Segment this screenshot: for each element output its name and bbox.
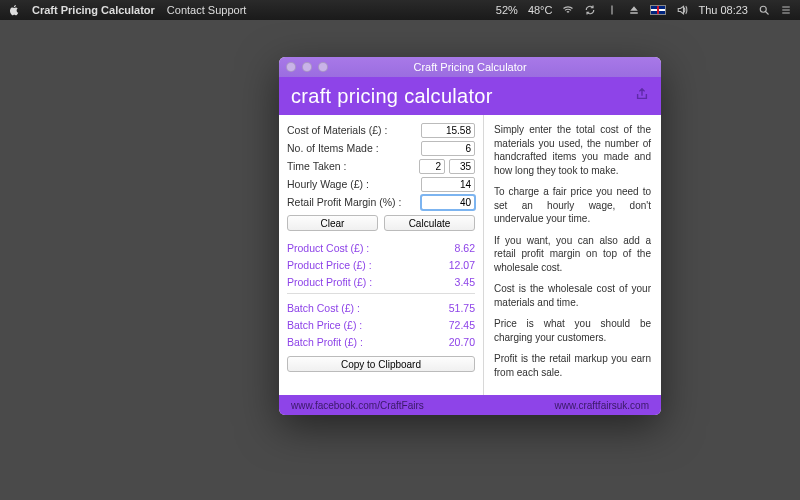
sync-icon[interactable] (584, 4, 596, 16)
hourly-wage-label: Hourly Wage (£) : (287, 178, 421, 190)
time-taken-label: Time Taken : (287, 160, 419, 172)
app-name-menu[interactable]: Craft Pricing Calculator (32, 4, 155, 16)
form-panel: Cost of Materials (£) : No. of Items Mad… (279, 115, 484, 395)
hourly-wage-input[interactable] (421, 177, 475, 192)
help-text: Simply enter the total cost of the mater… (494, 123, 651, 177)
header-title: craft pricing calculator (291, 85, 493, 108)
app-header: craft pricing calculator (279, 77, 661, 115)
product-price-value: 12.07 (421, 259, 475, 271)
close-icon[interactable] (286, 62, 296, 72)
input-flag-uk-icon[interactable] (650, 5, 666, 15)
product-profit-value: 3.45 (421, 276, 475, 288)
svg-point-0 (760, 6, 766, 12)
zoom-icon[interactable] (318, 62, 328, 72)
divider (287, 293, 475, 294)
clear-button[interactable]: Clear (287, 215, 378, 231)
help-text: Cost is the wholesale cost of your mater… (494, 282, 651, 309)
app-footer: www.facebook.com/CraftFairs www.craftfai… (279, 395, 661, 415)
battery-percent: 52% (496, 4, 518, 16)
product-cost-value: 8.62 (421, 242, 475, 254)
spotlight-icon[interactable] (758, 4, 770, 16)
calculate-button[interactable]: Calculate (384, 215, 475, 231)
batch-cost-label: Batch Cost (£) : (287, 302, 421, 314)
items-made-input[interactable] (421, 141, 475, 156)
share-icon[interactable] (635, 87, 649, 105)
footer-link-site[interactable]: www.craftfairsuk.com (555, 400, 649, 411)
copy-button[interactable]: Copy to Clipboard (287, 356, 475, 372)
time-minutes-input[interactable] (449, 159, 475, 174)
cost-materials-label: Cost of Materials (£) : (287, 124, 421, 136)
batch-price-value: 72.45 (421, 319, 475, 331)
help-text: Profit is the retail markup you earn fro… (494, 352, 651, 379)
menu-contact-support[interactable]: Contact Support (167, 4, 247, 16)
results-panel: Product Cost (£) :8.62 Product Price (£)… (287, 239, 475, 350)
items-made-label: No. of Items Made : (287, 142, 421, 154)
eject-icon[interactable] (628, 4, 640, 16)
help-text: To charge a fair price you need to set a… (494, 185, 651, 226)
window-title: Craft Pricing Calculator (279, 61, 661, 73)
minimize-icon[interactable] (302, 62, 312, 72)
margin-input[interactable] (421, 195, 475, 210)
app-window: Craft Pricing Calculator craft pricing c… (279, 57, 661, 415)
product-price-label: Product Price (£) : (287, 259, 421, 271)
titlebar[interactable]: Craft Pricing Calculator (279, 57, 661, 77)
help-text: Price is what you should be charging you… (494, 317, 651, 344)
product-profit-label: Product Profit (£) : (287, 276, 421, 288)
volume-icon[interactable] (676, 4, 688, 16)
batch-profit-label: Batch Profit (£) : (287, 336, 421, 348)
menubar: Craft Pricing Calculator Contact Support… (0, 0, 800, 20)
footer-link-facebook[interactable]: www.facebook.com/CraftFairs (291, 400, 424, 411)
wifi-icon[interactable] (562, 4, 574, 16)
divider-icon (606, 4, 618, 16)
margin-label: Retail Profit Margin (%) : (287, 196, 421, 208)
batch-price-label: Batch Price (£) : (287, 319, 421, 331)
clock[interactable]: Thu 08:23 (698, 4, 748, 16)
apple-menu-icon[interactable] (8, 4, 20, 16)
notification-center-icon[interactable] (780, 4, 792, 16)
product-cost-label: Product Cost (£) : (287, 242, 421, 254)
help-text: If you want, you can also add a retail p… (494, 234, 651, 275)
batch-profit-value: 20.70 (421, 336, 475, 348)
batch-cost-value: 51.75 (421, 302, 475, 314)
help-panel: Simply enter the total cost of the mater… (484, 115, 661, 395)
time-hours-input[interactable] (419, 159, 445, 174)
cost-materials-input[interactable] (421, 123, 475, 138)
cpu-temp: 48°C (528, 4, 553, 16)
